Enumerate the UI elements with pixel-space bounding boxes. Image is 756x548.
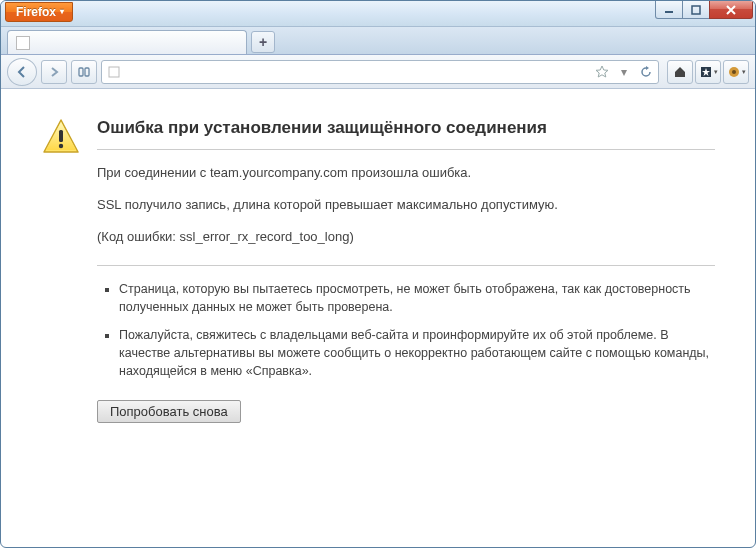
chevron-down-icon: ▾	[742, 68, 746, 76]
arrow-right-icon	[48, 66, 60, 78]
addon-button[interactable]: ▾	[723, 60, 749, 84]
firefox-menu-label: Firefox	[16, 5, 56, 19]
minimize-button[interactable]	[655, 1, 683, 19]
home-icon	[673, 65, 687, 79]
list-item: Пожалуйста, свяжитесь с владельцами веб-…	[119, 326, 715, 380]
maximize-icon	[691, 5, 701, 15]
close-icon	[725, 5, 737, 15]
svg-rect-8	[59, 130, 63, 142]
dropdown-history-button[interactable]: ▾	[616, 64, 632, 80]
error-details-list: Страница, которую вы пытаетесь просмотре…	[97, 265, 715, 381]
svg-rect-1	[692, 6, 700, 14]
home-button[interactable]	[667, 60, 693, 84]
svg-rect-4	[109, 67, 119, 77]
back-button[interactable]	[7, 58, 37, 86]
maximize-button[interactable]	[682, 1, 710, 19]
browser-tab[interactable]	[7, 30, 247, 54]
tab-strip: +	[1, 27, 755, 55]
window-titlebar: Firefox ▾	[1, 1, 755, 27]
new-tab-button[interactable]: +	[251, 31, 275, 53]
address-bar[interactable]: ▾	[101, 60, 659, 84]
forward-button[interactable]	[41, 60, 67, 84]
error-message-2: SSL получило запись, длина которой превы…	[97, 196, 715, 214]
svg-point-9	[59, 144, 63, 148]
url-input[interactable]	[128, 65, 588, 79]
retry-button[interactable]: Попробовать снова	[97, 400, 241, 423]
navigation-toolbar: ▾ ▾ ▾	[1, 55, 755, 89]
chevron-down-icon: ▾	[60, 7, 64, 16]
recent-icon	[77, 66, 91, 78]
toolbar-buttons: ▾ ▾	[667, 60, 749, 84]
error-title: Ошибка при установлении защищённого соед…	[97, 117, 715, 150]
list-item: Страница, которую вы пытаетесь просмотре…	[119, 280, 715, 316]
addon-icon	[727, 65, 741, 79]
svg-rect-2	[79, 68, 83, 76]
page-icon	[16, 36, 30, 50]
recent-pages-button[interactable]	[71, 60, 97, 84]
warning-icon	[41, 117, 81, 423]
firefox-menu-button[interactable]: Firefox ▾	[5, 2, 73, 22]
page-content: Ошибка при установлении защищённого соед…	[1, 89, 755, 547]
site-identity-icon[interactable]	[106, 64, 122, 80]
bookmarks-button[interactable]: ▾	[695, 60, 721, 84]
error-code: (Код ошибки: ssl_error_rx_record_too_lon…	[97, 228, 715, 246]
chevron-down-icon: ▾	[714, 68, 718, 76]
minimize-icon	[664, 5, 674, 15]
svg-rect-3	[85, 68, 89, 76]
svg-point-7	[732, 70, 736, 74]
window-controls	[656, 1, 753, 19]
arrow-left-icon	[15, 65, 29, 79]
reload-button[interactable]	[638, 64, 654, 80]
bookmark-star-icon[interactable]	[594, 64, 610, 80]
close-button[interactable]	[709, 1, 753, 19]
error-message-1: При соединении с team.yourcompany.com пр…	[97, 164, 715, 182]
bookmark-icon	[699, 65, 713, 79]
plus-icon: +	[259, 34, 267, 50]
svg-rect-0	[665, 11, 673, 13]
